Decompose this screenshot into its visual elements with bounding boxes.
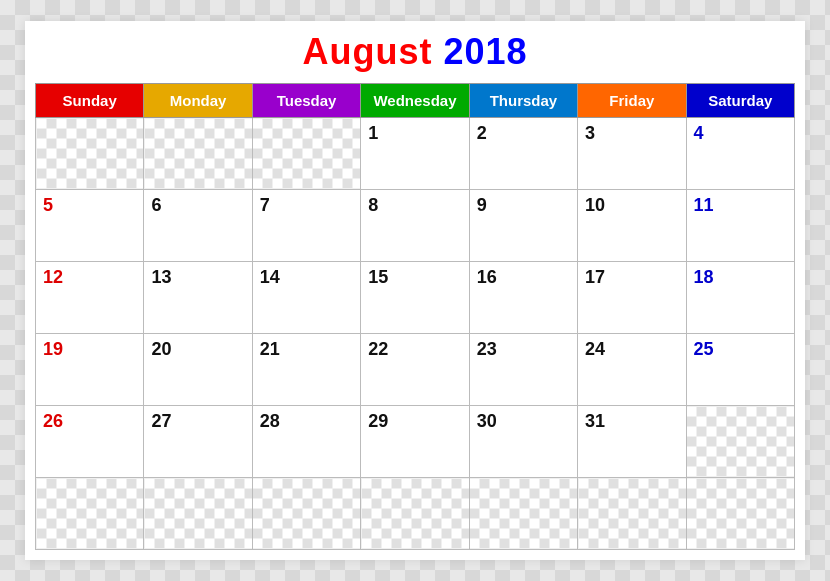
day-cell <box>144 478 252 550</box>
day-cell: 13 <box>144 262 252 334</box>
day-cell: 29 <box>361 406 469 478</box>
day-cell: 4 <box>686 118 794 190</box>
day-cell: 10 <box>578 190 686 262</box>
day-cell <box>252 118 360 190</box>
day-cell: 3 <box>578 118 686 190</box>
day-cell: 2 <box>469 118 577 190</box>
day-cell: 17 <box>578 262 686 334</box>
day-cell: 21 <box>252 334 360 406</box>
day-cell <box>144 118 252 190</box>
day-cell <box>686 478 794 550</box>
day-cell: 1 <box>361 118 469 190</box>
day-cell <box>36 478 144 550</box>
day-cell: 7 <box>252 190 360 262</box>
day-cell: 31 <box>578 406 686 478</box>
month-label: August <box>302 31 432 72</box>
day-cell <box>36 118 144 190</box>
day-cell <box>578 478 686 550</box>
header-cell-saturday: Saturday <box>686 84 794 118</box>
day-cell: 15 <box>361 262 469 334</box>
header-row: SundayMondayTuesdayWednesdayThursdayFrid… <box>36 84 795 118</box>
day-cell: 16 <box>469 262 577 334</box>
day-cell: 12 <box>36 262 144 334</box>
week-row <box>36 478 795 550</box>
header-cell-sunday: Sunday <box>36 84 144 118</box>
day-cell: 9 <box>469 190 577 262</box>
day-cell: 5 <box>36 190 144 262</box>
week-row: 567891011 <box>36 190 795 262</box>
header-cell-monday: Monday <box>144 84 252 118</box>
day-cell <box>361 478 469 550</box>
day-cell: 6 <box>144 190 252 262</box>
header-cell-thursday: Thursday <box>469 84 577 118</box>
calendar-header: SundayMondayTuesdayWednesdayThursdayFrid… <box>36 84 795 118</box>
calendar-container: August 2018 SundayMondayTuesdayWednesday… <box>25 21 805 560</box>
day-cell: 24 <box>578 334 686 406</box>
week-row: 262728293031 <box>36 406 795 478</box>
day-cell: 28 <box>252 406 360 478</box>
calendar-table: SundayMondayTuesdayWednesdayThursdayFrid… <box>35 83 795 550</box>
week-row: 12131415161718 <box>36 262 795 334</box>
day-cell: 19 <box>36 334 144 406</box>
day-cell <box>686 406 794 478</box>
year-label: 2018 <box>443 31 527 72</box>
week-row: 1234 <box>36 118 795 190</box>
day-cell: 18 <box>686 262 794 334</box>
day-cell: 26 <box>36 406 144 478</box>
day-cell: 22 <box>361 334 469 406</box>
calendar-title: August 2018 <box>35 31 795 73</box>
day-cell: 27 <box>144 406 252 478</box>
day-cell: 25 <box>686 334 794 406</box>
day-cell <box>252 478 360 550</box>
header-cell-wednesday: Wednesday <box>361 84 469 118</box>
day-cell <box>469 478 577 550</box>
day-cell: 23 <box>469 334 577 406</box>
day-cell: 20 <box>144 334 252 406</box>
header-cell-friday: Friday <box>578 84 686 118</box>
header-cell-tuesday: Tuesday <box>252 84 360 118</box>
week-row: 19202122232425 <box>36 334 795 406</box>
day-cell: 8 <box>361 190 469 262</box>
day-cell: 30 <box>469 406 577 478</box>
day-cell: 11 <box>686 190 794 262</box>
calendar-body: 1234567891011121314151617181920212223242… <box>36 118 795 550</box>
day-cell: 14 <box>252 262 360 334</box>
